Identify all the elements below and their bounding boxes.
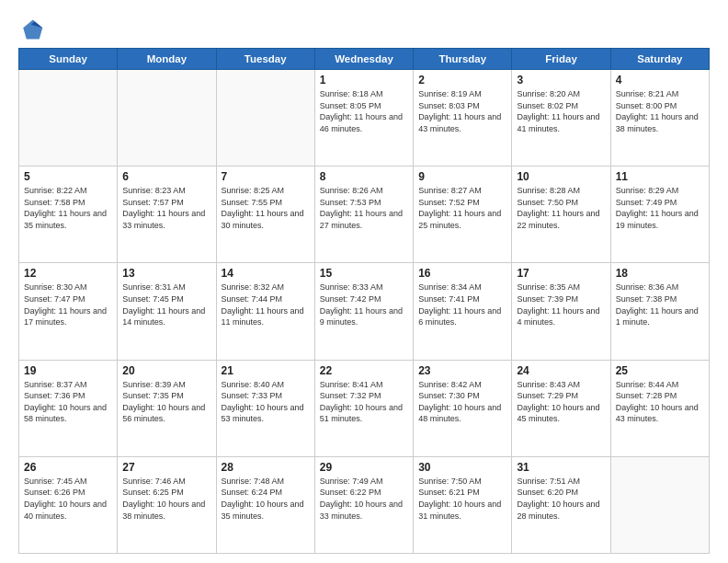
cell-info: Sunrise: 8:26 AMSunset: 7:53 PMDaylight:… [320,185,408,231]
page: Sunday Monday Tuesday Wednesday Thursday… [0,0,728,563]
table-row: 31Sunrise: 7:51 AMSunset: 6:20 PMDayligh… [512,456,610,553]
table-row: 27Sunrise: 7:46 AMSunset: 6:25 PMDayligh… [118,456,216,553]
calendar-table: Sunday Monday Tuesday Wednesday Thursday… [18,48,710,554]
cell-info: Sunrise: 8:23 AMSunset: 7:57 PMDaylight:… [122,185,210,231]
cell-info: Sunrise: 7:48 AMSunset: 6:24 PMDaylight:… [222,476,310,522]
cell-info: Sunrise: 8:30 AMSunset: 7:47 PMDaylight:… [24,282,112,327]
col-saturday: Saturday [610,49,709,70]
day-number: 6 [122,170,210,183]
col-wednesday: Wednesday [314,49,413,70]
cell-info: Sunrise: 8:22 AMSunset: 7:58 PMDaylight:… [24,185,112,231]
cell-info: Sunrise: 8:31 AMSunset: 7:45 PMDaylight:… [122,282,210,327]
cell-info: Sunrise: 8:34 AMSunset: 7:41 PMDaylight:… [418,282,506,327]
cell-info: Sunrise: 8:28 AMSunset: 7:50 PMDaylight:… [517,185,605,231]
day-number: 21 [222,364,310,377]
cell-info: Sunrise: 8:19 AMSunset: 8:03 PMDaylight:… [418,88,506,134]
table-row: 23Sunrise: 8:42 AMSunset: 7:30 PMDayligh… [414,360,512,456]
day-number: 9 [418,170,506,183]
col-thursday: Thursday [414,49,512,70]
table-row: 26Sunrise: 7:45 AMSunset: 6:26 PMDayligh… [19,456,118,553]
table-row [118,70,216,167]
day-number: 24 [517,364,605,377]
day-number: 27 [122,461,210,474]
calendar-header-row: Sunday Monday Tuesday Wednesday Thursday… [19,49,710,70]
table-row: 28Sunrise: 7:48 AMSunset: 6:24 PMDayligh… [216,456,314,553]
day-number: 17 [517,267,605,280]
cell-info: Sunrise: 8:20 AMSunset: 8:02 PMDaylight:… [517,88,605,134]
table-row: 3Sunrise: 8:20 AMSunset: 8:02 PMDaylight… [512,70,610,167]
day-number: 25 [616,364,704,377]
day-number: 1 [320,74,408,86]
table-row: 8Sunrise: 8:26 AMSunset: 7:53 PMDaylight… [314,167,413,263]
table-row: 14Sunrise: 8:32 AMSunset: 7:44 PMDayligh… [216,263,314,360]
col-friday: Friday [512,49,610,70]
day-number: 2 [418,74,506,86]
day-number: 4 [616,74,704,86]
day-number: 20 [122,364,210,377]
cell-info: Sunrise: 8:41 AMSunset: 7:32 PMDaylight:… [320,379,408,425]
day-number: 26 [24,461,112,474]
cell-info: Sunrise: 7:49 AMSunset: 6:22 PMDaylight:… [320,476,408,522]
cell-info: Sunrise: 8:42 AMSunset: 7:30 PMDaylight:… [418,379,506,425]
table-row [19,70,118,167]
calendar-week-1: 1Sunrise: 8:18 AMSunset: 8:05 PMDaylight… [19,70,710,167]
cell-info: Sunrise: 8:39 AMSunset: 7:35 PMDaylight:… [122,379,210,425]
day-number: 28 [222,461,310,474]
table-row: 19Sunrise: 8:37 AMSunset: 7:36 PMDayligh… [19,360,118,456]
day-number: 29 [320,461,408,474]
table-row: 18Sunrise: 8:36 AMSunset: 7:38 PMDayligh… [610,263,709,360]
table-row: 9Sunrise: 8:27 AMSunset: 7:52 PMDaylight… [414,167,512,263]
cell-info: Sunrise: 8:29 AMSunset: 7:49 PMDaylight:… [616,185,704,231]
day-number: 13 [122,267,210,280]
col-tuesday: Tuesday [216,49,314,70]
table-row: 6Sunrise: 8:23 AMSunset: 7:57 PMDaylight… [118,167,216,263]
day-number: 11 [616,170,704,183]
day-number: 14 [222,267,310,280]
table-row: 4Sunrise: 8:21 AMSunset: 8:00 PMDaylight… [610,70,709,167]
cell-info: Sunrise: 7:50 AMSunset: 6:21 PMDaylight:… [418,476,506,522]
calendar-week-2: 5Sunrise: 8:22 AMSunset: 7:58 PMDaylight… [19,167,710,263]
col-monday: Monday [118,49,216,70]
table-row: 30Sunrise: 7:50 AMSunset: 6:21 PMDayligh… [414,456,512,553]
day-number: 23 [418,364,506,377]
day-number: 3 [517,74,605,86]
cell-info: Sunrise: 8:43 AMSunset: 7:29 PMDaylight:… [517,379,605,425]
day-number: 16 [418,267,506,280]
table-row: 1Sunrise: 8:18 AMSunset: 8:05 PMDaylight… [314,70,413,167]
day-number: 12 [24,267,112,280]
table-row [216,70,314,167]
cell-info: Sunrise: 8:44 AMSunset: 7:28 PMDaylight:… [616,379,704,425]
table-row: 20Sunrise: 8:39 AMSunset: 7:35 PMDayligh… [118,360,216,456]
cell-info: Sunrise: 8:36 AMSunset: 7:38 PMDaylight:… [616,282,704,327]
calendar-week-5: 26Sunrise: 7:45 AMSunset: 6:26 PMDayligh… [19,456,710,553]
day-number: 19 [24,364,112,377]
day-number: 10 [517,170,605,183]
calendar-week-4: 19Sunrise: 8:37 AMSunset: 7:36 PMDayligh… [19,360,710,456]
table-row: 10Sunrise: 8:28 AMSunset: 7:50 PMDayligh… [512,167,610,263]
day-number: 31 [517,461,605,474]
header [18,17,710,42]
cell-info: Sunrise: 8:18 AMSunset: 8:05 PMDaylight:… [320,88,408,134]
table-row: 16Sunrise: 8:34 AMSunset: 7:41 PMDayligh… [414,263,512,360]
cell-info: Sunrise: 7:51 AMSunset: 6:20 PMDaylight:… [517,476,605,522]
logo [18,17,48,42]
cell-info: Sunrise: 7:46 AMSunset: 6:25 PMDaylight:… [122,476,210,522]
table-row: 15Sunrise: 8:33 AMSunset: 7:42 PMDayligh… [314,263,413,360]
cell-info: Sunrise: 8:37 AMSunset: 7:36 PMDaylight:… [24,379,112,425]
logo-icon [18,17,44,42]
day-number: 5 [24,170,112,183]
table-row: 11Sunrise: 8:29 AMSunset: 7:49 PMDayligh… [610,167,709,263]
day-number: 30 [418,461,506,474]
table-row: 17Sunrise: 8:35 AMSunset: 7:39 PMDayligh… [512,263,610,360]
calendar-week-3: 12Sunrise: 8:30 AMSunset: 7:47 PMDayligh… [19,263,710,360]
table-row: 24Sunrise: 8:43 AMSunset: 7:29 PMDayligh… [512,360,610,456]
table-row: 25Sunrise: 8:44 AMSunset: 7:28 PMDayligh… [610,360,709,456]
table-row: 5Sunrise: 8:22 AMSunset: 7:58 PMDaylight… [19,167,118,263]
day-number: 15 [320,267,408,280]
table-row: 7Sunrise: 8:25 AMSunset: 7:55 PMDaylight… [216,167,314,263]
cell-info: Sunrise: 7:45 AMSunset: 6:26 PMDaylight:… [24,476,112,522]
table-row [610,456,709,553]
table-row: 21Sunrise: 8:40 AMSunset: 7:33 PMDayligh… [216,360,314,456]
table-row: 12Sunrise: 8:30 AMSunset: 7:47 PMDayligh… [19,263,118,360]
cell-info: Sunrise: 8:27 AMSunset: 7:52 PMDaylight:… [418,185,506,231]
